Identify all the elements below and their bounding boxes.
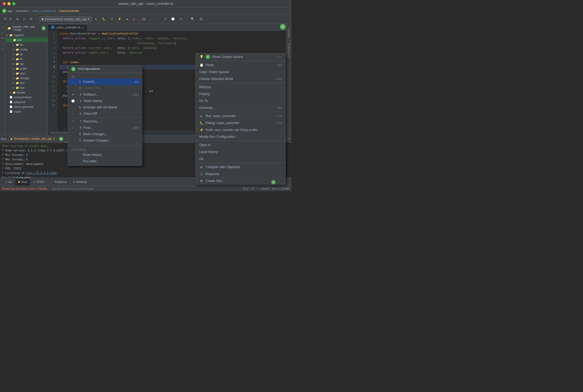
profiler-btn[interactable]: ⚡ (116, 17, 123, 21)
ctx-unstash[interactable]: 0 Unstash Changes... (68, 137, 142, 144)
ctx-show-diff[interactable]: ↔ 6 Show Diff (68, 110, 142, 117)
tree-item-app[interactable]: ▼ 📁 app (5, 37, 48, 42)
ctx-r-folding[interactable]: Folding › (196, 91, 285, 97)
tab-close-btn[interactable]: ✕ (82, 26, 84, 29)
ctx-r-goto[interactable]: Go To › (196, 97, 285, 104)
git-history[interactable]: 🕐 (170, 17, 176, 21)
commit-icon[interactable]: C (0, 30, 5, 35)
compare-icon: ⇄ (199, 165, 204, 169)
tree-item-log[interactable]: ▶ 📁 log (5, 61, 48, 66)
tree-item-tmp[interactable]: ▶ 📁 tmp (5, 85, 48, 90)
ctx-r-run[interactable]: ▶ Run 'users_controller' ^⇧R (196, 113, 285, 120)
ctx-r-show-context[interactable]: 💡 5 Show Context Actions ⌥↩ (196, 53, 285, 60)
pullreq-icon[interactable]: PR (0, 36, 5, 40)
ctx-divider2 (68, 145, 142, 146)
bc-class[interactable]: UsersController (59, 9, 79, 12)
window-controls[interactable] (3, 2, 15, 5)
ctx-stash[interactable]: 9 Stash Changes... (68, 131, 142, 137)
footer-tab-todo[interactable]: ≡ TODO (30, 178, 48, 186)
tree-item-vendor[interactable]: ▶ 📁 vendor (5, 90, 48, 95)
run-btn[interactable]: ▶ (94, 17, 99, 21)
maximize-button[interactable] (12, 2, 15, 5)
ctx-r-copy-paste[interactable]: Copy / Paste Special › (196, 69, 285, 75)
right-context-menu: 💡 5 Show Context Actions ⌥↩ 📋 Paste ⌘V C… (195, 53, 286, 185)
minimize-button[interactable] (7, 2, 11, 5)
footer-tab-run[interactable]: ▶ Run (15, 178, 30, 186)
footer-tab-problems[interactable]: ⚠ Problems (48, 178, 70, 186)
ctx-r-open-in[interactable]: Open In › (196, 142, 285, 148)
settings-btn[interactable]: ⚙ (28, 17, 34, 21)
ctx-lh-put-label[interactable]: Put Label... (68, 158, 142, 164)
notifications-label[interactable]: Notifications (287, 41, 291, 59)
git-rollback[interactable]: ↩ (178, 17, 184, 21)
git-update[interactable]: ↗ (162, 17, 168, 21)
git-check1[interactable]: ✓ (148, 17, 154, 21)
ctx-r-generate[interactable]: Generate... ⌘N (196, 104, 285, 111)
ctx-r-div3 (196, 112, 285, 112)
ctx-r-diagrams[interactable]: ⬡ Diagrams › (196, 171, 285, 177)
ctx-r-git[interactable]: Git › (196, 155, 285, 162)
tree-item-gitignore[interactable]: 📄 .gitignore (5, 100, 48, 104)
bc-app[interactable]: app (7, 9, 12, 12)
tree-item-test[interactable]: ▶ 📁 test (5, 80, 48, 85)
ctx-rollback[interactable]: ↩ 3 Rollback... ⌥⌘Z (68, 91, 142, 98)
ctx-r-div1 (196, 61, 285, 61)
ctx-branches[interactable]: ⑂ 7 Branches... (68, 118, 142, 125)
ctx-divider1 (68, 117, 142, 118)
stop-btn[interactable]: ■ (131, 17, 136, 21)
ctx-r-debug[interactable]: 🐛 Debug 'users_controller' ^⇧D (196, 120, 285, 126)
vcs-context-menu: 4 VCS Operations Git ✓ 1 Commit... ⌘K 2 … (68, 65, 142, 166)
debug-btn[interactable]: 🐛 (100, 17, 107, 21)
tree-item-rspec[interactable]: 📄 .rspec (5, 109, 48, 114)
run-config-bottom[interactable]: ▶ Development: sample_rails_app ✕ (9, 137, 57, 141)
tree-item-spec[interactable]: ▶ 📁 spec (5, 71, 48, 76)
panel-close-btn[interactable]: ✕ (288, 137, 290, 141)
ctx-push[interactable]: ↑ 8 Push... ⇧⌘K (68, 125, 142, 131)
ctx-r-div4 (196, 141, 285, 141)
close-button[interactable] (3, 2, 6, 5)
tab-users-controller[interactable]: 🔵 users_controller.rb ✕ (48, 24, 88, 31)
local-history-section: Local History Show History Put Label... (68, 146, 142, 165)
footer-tab-terminal[interactable]: ▸ Terminal (70, 178, 90, 186)
rubocop-error[interactable]: RuboCop execution error // Details... (2, 187, 49, 190)
bc-controllers[interactable]: controllers (15, 9, 29, 12)
ctx-annotate[interactable]: 5 Annotate with Git Blame (68, 104, 142, 110)
run-config-dropdown[interactable]: ▶ Development: sample_rails_app ▾ (40, 16, 92, 22)
structure-icon[interactable]: S (0, 41, 5, 46)
disable-rubocop[interactable]: Disable RuboCop (a minute ago) (52, 187, 94, 190)
ctx-r-div5 (196, 163, 285, 163)
cursor-position: 8:15 (243, 187, 249, 190)
git-check2[interactable]: ✓ (155, 17, 161, 21)
local-history-label: Local History (68, 147, 142, 152)
project-icon[interactable]: P (0, 25, 5, 30)
ctx-r-column[interactable]: Column Selection Mode ⇧⌘8 (196, 75, 285, 82)
footer-tab-git[interactable]: ⑂ Git (2, 178, 15, 186)
ctx-lh-show-history[interactable]: Show History (68, 152, 142, 158)
ctx-r-profile[interactable]: ⚡ Profile 'users_controller' with 'RbSpy… (196, 126, 285, 133)
tree-item-public[interactable]: ▶ 📁 public (5, 66, 48, 71)
tree-item-storage[interactable]: ▶ 📁 storage (5, 76, 48, 80)
add-btn[interactable]: ⊕ (198, 16, 204, 22)
ctx-r-refactor[interactable]: Refactor › (196, 84, 285, 91)
tree-item-vagrant[interactable]: ▶ 📁 .vagrant (5, 33, 48, 37)
ctx-commit[interactable]: ✓ 1 Commit... ⌘K (68, 79, 142, 85)
structure-btn[interactable]: ≡ (22, 17, 27, 21)
search-btn[interactable]: 🔍 (189, 17, 196, 21)
bookmark-icon[interactable]: B (0, 46, 5, 51)
tree-item-db[interactable]: ▶ 📁 db (5, 52, 48, 57)
tree-item-browserslistrc[interactable]: 📄 .browserslistrc (5, 95, 48, 100)
ctx-r-compare-clipboard[interactable]: ⇄ Compare with Clipboard (196, 164, 285, 171)
tree-item-rbenv[interactable]: 📄 .rbenv-gemsets (5, 104, 48, 109)
reload-btn[interactable]: ↺ (109, 17, 115, 21)
ctx-show-history[interactable]: 🕐 4 Show History (68, 98, 142, 104)
project-dropdown[interactable]: Pr... ▾ (2, 17, 13, 21)
bc-file[interactable]: users_controller.rb (32, 9, 56, 12)
tree-item-lib[interactable]: ▶ 📁 lib (5, 57, 48, 61)
tree-item-bin[interactable]: ▶ 📁 bin (5, 42, 48, 47)
ctx-r-paste[interactable]: 📋 Paste ⌘V (196, 62, 285, 69)
coverage-btn[interactable]: ● (125, 17, 130, 21)
expand-btn[interactable]: ⊕ (15, 17, 20, 21)
tree-item-config[interactable]: ▶ 📁 config (5, 47, 48, 52)
ctx-r-local-history[interactable]: Local History › (196, 148, 285, 155)
ctx-r-modify-run[interactable]: Modify Run Configuration... (196, 133, 285, 140)
